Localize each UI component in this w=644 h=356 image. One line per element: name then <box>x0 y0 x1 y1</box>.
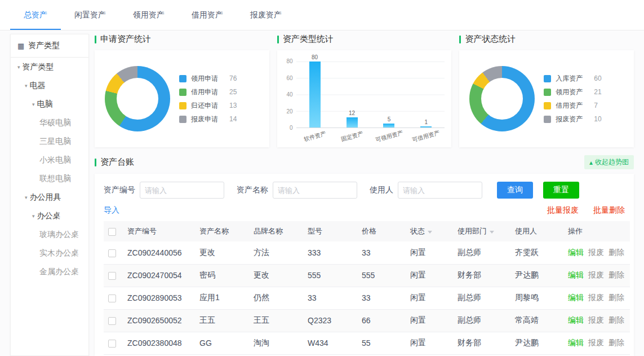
bar[interactable]: 12 <box>347 117 358 128</box>
row-checkbox[interactable] <box>108 340 116 348</box>
bar[interactable]: 5 <box>383 124 394 128</box>
table-cell: 闲置 <box>406 309 453 332</box>
table-cell: 财务部 <box>453 332 510 354</box>
delete-link[interactable]: 删除 <box>609 270 624 279</box>
links-row: 导入 批量报废 批量删除 <box>104 205 625 216</box>
tree-item-1[interactable]: ▾资产类型 <box>11 58 88 76</box>
collapse-trend-button[interactable]: ▴ 收起趋势图 <box>584 155 634 169</box>
filter-icon[interactable] <box>428 231 432 234</box>
tree-item-label: 小米电脑 <box>39 155 71 165</box>
type-stats-title-text: 资产类型统计 <box>283 34 334 45</box>
batch-scrap-link[interactable]: 批量报废 <box>547 205 579 216</box>
asset-name-input[interactable] <box>273 182 357 199</box>
table-cell: ZC0902650052 <box>123 309 195 332</box>
scrap-link[interactable]: 报废 <box>588 248 604 257</box>
legend-value: 13 <box>229 102 237 109</box>
status-donut-chart <box>469 66 535 131</box>
table-cell: ZC0902380048 <box>123 332 195 354</box>
scrap-link[interactable]: 报废 <box>588 315 604 324</box>
tree-item-11[interactable]: 实木办公桌 <box>11 244 88 262</box>
legend-item[interactable]: 领用资产21 <box>544 87 601 97</box>
table-cell: 齐雯跃 <box>510 241 563 264</box>
bar[interactable]: 80 <box>309 61 321 128</box>
tree-item-9[interactable]: ▾办公桌 <box>11 206 88 225</box>
tree-item-label: 办公用具 <box>30 192 61 203</box>
table-cell: ZC0902890053 <box>123 287 195 309</box>
edit-link[interactable]: 编辑 <box>568 315 584 324</box>
row-checkbox[interactable] <box>108 295 116 302</box>
legend-item[interactable]: 借用申请25 <box>179 87 237 97</box>
tab-4[interactable]: 借用资产 <box>178 0 237 30</box>
chevron-down-icon: ▾ <box>25 195 28 200</box>
tab-3[interactable]: 领用资产 <box>119 0 178 30</box>
legend-item[interactable]: 归还申请13 <box>179 101 237 111</box>
row-checkbox[interactable] <box>108 317 116 325</box>
asset-category-icon: ▦ <box>17 42 24 50</box>
legend-label: 归还申请 <box>191 101 225 111</box>
import-link[interactable]: 导入 <box>104 205 119 216</box>
table-cell: 555 <box>303 264 357 287</box>
tree-item-5[interactable]: 三星电脑 <box>11 132 88 151</box>
column-header: 使用人 <box>510 221 563 241</box>
legend-swatch-icon <box>544 116 551 123</box>
column-header: 型号 <box>303 221 357 241</box>
edit-link[interactable]: 编辑 <box>568 270 584 279</box>
legend-item[interactable]: 报废申请14 <box>179 115 237 124</box>
tree-item-7[interactable]: 联想电脑 <box>11 169 88 188</box>
edit-link[interactable]: 编辑 <box>568 293 584 302</box>
column-header-label: 资产名称 <box>199 227 229 235</box>
tree-item-10[interactable]: 玻璃办公桌 <box>11 225 88 244</box>
asset-code-input[interactable] <box>140 182 224 199</box>
bar[interactable]: 1 <box>420 126 432 128</box>
row-select-cell <box>104 309 123 332</box>
batch-links: 批量报废 批量删除 <box>547 205 625 216</box>
tree-item-8[interactable]: ▾办公用具 <box>11 188 88 206</box>
select-all-checkbox[interactable] <box>108 228 116 236</box>
delete-link[interactable]: 删除 <box>609 248 624 257</box>
delete-link[interactable]: 删除 <box>609 293 624 302</box>
delete-link[interactable]: 删除 <box>609 338 624 347</box>
batch-delete-link[interactable]: 批量删除 <box>593 205 625 216</box>
tree-item-3[interactable]: ▾电脑 <box>11 95 88 113</box>
row-checkbox[interactable] <box>108 249 116 257</box>
category-tree: ▾资产类型▾电器▾电脑华硕电脑三星电脑小米电脑联想电脑▾办公用具▾办公桌玻璃办公… <box>11 58 88 281</box>
filter-row: 资产编号 资产名称 使用人 查询 重置 <box>104 182 625 199</box>
scrap-link[interactable]: 报废 <box>588 270 604 279</box>
tree-item-12[interactable]: 金属办公桌 <box>11 262 88 281</box>
tree-item-4[interactable]: 华硕电脑 <box>11 113 88 132</box>
table-cell: 尹达鹏 <box>510 264 563 287</box>
delete-link[interactable]: 删除 <box>609 315 624 324</box>
legend-swatch-icon <box>179 89 186 96</box>
legend-item[interactable]: 报废资产10 <box>544 115 601 124</box>
x-tick-label: 可借用资产 <box>407 128 445 146</box>
edit-link[interactable]: 编辑 <box>568 248 584 257</box>
tree-item-6[interactable]: 小米电脑 <box>11 151 88 169</box>
tab-2[interactable]: 闲置资产 <box>61 0 119 30</box>
reset-button[interactable]: 重置 <box>543 182 579 199</box>
sidebar: ▦ 资产类型 ▾资产类型▾电器▾电脑华硕电脑三星电脑小米电脑联想电脑▾办公用具▾… <box>10 34 89 356</box>
table-cell: 常高靖 <box>510 309 563 332</box>
scrap-link[interactable]: 报废 <box>588 293 604 302</box>
table-cell: 应用1 <box>195 287 249 309</box>
tab-1[interactable]: 总资产 <box>10 0 61 30</box>
user-input[interactable] <box>398 182 482 199</box>
legend-item[interactable]: 领用申请76 <box>179 74 237 83</box>
edit-link[interactable]: 编辑 <box>568 338 584 347</box>
panel-type-stats: 资产类型统计 806040200 801251 软件资产固定资产可领用资产可借用… <box>277 34 452 147</box>
bar-value-label: 5 <box>388 116 391 122</box>
legend-item[interactable]: 入库资产60 <box>544 74 601 83</box>
actions-cell: 编辑报废删除 <box>563 264 630 287</box>
query-button[interactable]: 查询 <box>497 182 533 199</box>
scrap-link[interactable]: 报废 <box>588 338 604 347</box>
tree-item-label: 电脑 <box>37 99 53 109</box>
panel-status-stats: 资产状态统计 入库资产60领用资产21借用资产7报废资产10 <box>459 34 634 147</box>
legend-swatch-icon <box>544 75 551 82</box>
tree-item-2[interactable]: ▾电器 <box>11 76 88 95</box>
filter-icon[interactable] <box>490 231 494 234</box>
collapse-trend-label: 收起趋势图 <box>595 157 629 167</box>
tab-5[interactable]: 报废资产 <box>237 0 295 30</box>
row-checkbox[interactable] <box>108 272 116 280</box>
legend-item[interactable]: 借用资产7 <box>544 101 601 111</box>
title-marker <box>95 36 96 43</box>
x-tick-label: 可领用资产 <box>370 128 408 146</box>
